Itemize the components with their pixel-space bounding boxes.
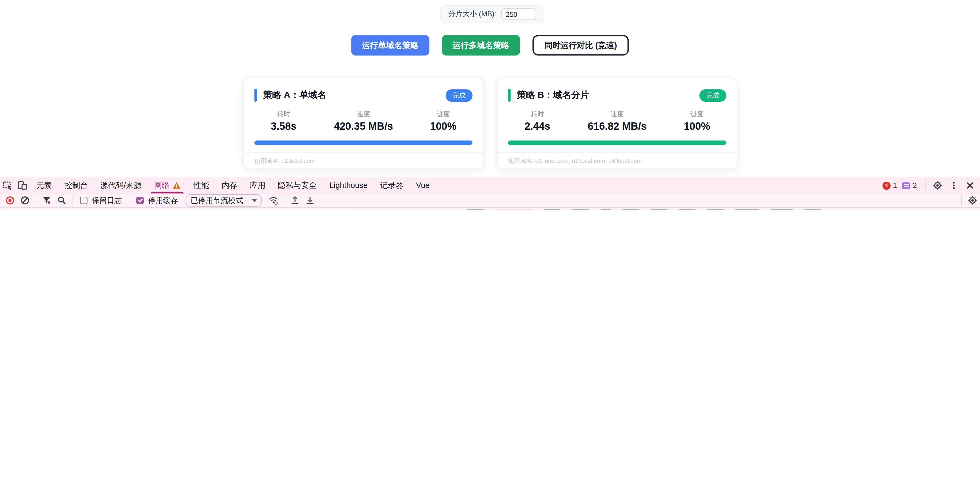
tab-label: 元素 xyxy=(36,180,52,191)
settings-gear-icon[interactable] xyxy=(930,178,945,193)
search-icon[interactable] xyxy=(54,193,69,208)
network-toolbar: 保留日志 停用缓存 已停用节流模式 xyxy=(0,193,980,208)
filter-input[interactable]: 过滤 xyxy=(2,209,360,210)
warning-icon xyxy=(173,182,181,189)
card-footer: 使用域名: u1.local.com xyxy=(254,157,472,165)
card-stat: 速度420.35 MB/s xyxy=(324,110,403,132)
filter-pill-文档[interactable]: 文档 xyxy=(540,209,565,210)
chunk-size-label: 分片大小 (MB): xyxy=(448,9,496,19)
network-conditions-icon[interactable] xyxy=(266,193,281,208)
filter-pill-Fetch/XHR[interactable]: Fetch/XHR xyxy=(492,209,536,210)
record-network-log-icon[interactable] xyxy=(2,193,18,208)
inspect-element-icon[interactable] xyxy=(0,178,15,193)
tab-源代码/来源[interactable]: 源代码/来源 xyxy=(94,178,148,193)
message-icon xyxy=(902,182,910,189)
kebab-menu-icon[interactable] xyxy=(946,178,961,193)
filter-pill-清单[interactable]: 清单 xyxy=(703,209,728,210)
tab-网络[interactable]: 网络 xyxy=(148,178,187,193)
tab-Vue[interactable]: Vue xyxy=(410,178,436,193)
disable-cache-checkbox[interactable] xyxy=(136,197,144,204)
filter-pill-全部[interactable]: 全部 xyxy=(463,209,488,210)
console-issue-badge[interactable]: 2 xyxy=(902,181,917,190)
stat-value: 616.82 MB/s xyxy=(578,121,657,132)
stat-value: 3.58s xyxy=(243,121,323,132)
divider xyxy=(961,195,962,205)
filter-pill-媒体[interactable]: 媒体 xyxy=(675,209,700,210)
tab-label: 网络 xyxy=(154,180,170,191)
progress-bar xyxy=(508,140,726,145)
device-toolbar-icon[interactable] xyxy=(15,178,30,193)
divider xyxy=(129,195,129,205)
divider xyxy=(925,180,926,190)
filter-icon[interactable] xyxy=(40,193,54,208)
strategy-button-1[interactable]: 运行单域名策略 xyxy=(351,35,429,56)
strategy-button-2[interactable]: 运行多域名策略 xyxy=(442,35,520,56)
tab-元素[interactable]: 元素 xyxy=(30,178,58,193)
tab-label: Lighthouse xyxy=(329,181,368,190)
status-badge: 完成 xyxy=(445,89,473,101)
tab-Lighthouse[interactable]: Lighthouse xyxy=(323,178,374,193)
filter-pill-Wasm[interactable]: Wasm xyxy=(767,209,797,210)
card-stat: 进度100% xyxy=(657,110,737,132)
tab-label: 记录器 xyxy=(380,180,403,191)
card-stat: 进度100% xyxy=(403,110,483,132)
tab-应用[interactable]: 应用 xyxy=(243,178,271,193)
devtools-tabbar: 元素控制台源代码/来源网络性能内存应用隐私与安全Lighthouse记录器Vue… xyxy=(0,178,980,194)
chevron-down-icon xyxy=(252,199,257,202)
filter-pill-图片[interactable]: 图片 xyxy=(647,209,671,210)
card-title: 策略 A：单域名 xyxy=(263,89,445,101)
stat-label: 进度 xyxy=(657,110,737,119)
status-badge: 完成 xyxy=(699,89,726,101)
divider xyxy=(284,195,284,205)
filter-pill-CSS[interactable]: CSS xyxy=(568,209,593,210)
tab-性能[interactable]: 性能 xyxy=(187,178,215,193)
preserve-log-checkbox[interactable] xyxy=(80,197,88,204)
strategy-buttons: 运行单域名策略运行多域名策略同时运行对比 (竞速) xyxy=(0,35,980,56)
request-type-pills: 全部Fetch/XHR文档CSSJS字体图片媒体清单套接字Wasm其他 xyxy=(463,209,825,210)
disable-cache-toggle[interactable]: 停用缓存 xyxy=(136,195,178,206)
stat-value: 100% xyxy=(657,121,737,132)
tab-label: 应用 xyxy=(250,180,265,191)
card-accent-bar xyxy=(508,89,511,102)
stat-label: 耗时 xyxy=(243,110,323,119)
stat-value: 100% xyxy=(403,121,483,132)
close-devtools-icon[interactable] xyxy=(963,178,978,193)
stat-value: 2.44s xyxy=(498,121,578,132)
filter-pill-字体[interactable]: 字体 xyxy=(619,209,644,210)
preserve-log-toggle[interactable]: 保留日志 xyxy=(80,195,122,206)
invert-filter-toggle[interactable]: 反转 xyxy=(366,209,393,210)
throttling-select[interactable]: 已停用节流模式 xyxy=(186,194,262,207)
stat-value: 420.35 MB/s xyxy=(324,121,403,132)
strategy-button-3[interactable]: 同时运行对比 (竞速) xyxy=(533,35,629,56)
more-filters-dropdown[interactable]: 更多过滤条件 xyxy=(404,209,458,210)
stat-label: 速度 xyxy=(578,110,657,119)
export-har-icon[interactable] xyxy=(302,193,317,208)
card-stat: 耗时2.44s xyxy=(498,110,578,132)
console-error-badge[interactable]: 1 xyxy=(882,181,897,190)
card-footer: 使用域名: u1.local.com, u2.local.com, u6.loc… xyxy=(508,157,726,165)
tab-内存[interactable]: 内存 xyxy=(215,178,243,193)
tab-label: 内存 xyxy=(221,180,237,191)
devtools-panel: 元素控制台源代码/来源网络性能内存应用隐私与安全Lighthouse记录器Vue… xyxy=(0,178,980,210)
chunk-size-input[interactable] xyxy=(501,8,536,20)
strategy-card: 策略 A：单域名完成耗时3.58s速度420.35 MB/s进度100%使用域名… xyxy=(243,78,483,169)
progress-bar xyxy=(254,140,472,145)
filter-pill-套接字[interactable]: 套接字 xyxy=(732,209,763,210)
network-settings-gear-icon[interactable] xyxy=(965,193,980,208)
tab-label: 源代码/来源 xyxy=(100,180,141,191)
filter-pill-JS[interactable]: JS xyxy=(597,209,615,210)
tab-隐私与安全[interactable]: 隐私与安全 xyxy=(272,178,323,193)
tab-label: 控制台 xyxy=(64,180,88,191)
tab-label: 隐私与安全 xyxy=(278,180,317,191)
tab-记录器[interactable]: 记录器 xyxy=(374,178,410,193)
clear-network-log-icon[interactable] xyxy=(18,193,32,208)
stat-label: 耗时 xyxy=(498,110,578,119)
network-filter-row: 过滤 反转 更多过滤条件 全部Fetch/XHR文档CSSJS字体图片媒体清单套… xyxy=(0,208,980,210)
tab-控制台[interactable]: 控制台 xyxy=(58,178,94,193)
chunk-size-control: 分片大小 (MB): xyxy=(440,5,544,23)
strategy-card: 策略 B：域名分片完成耗时2.44s速度616.82 MB/s进度100%使用域… xyxy=(498,78,737,169)
filter-pill-其他[interactable]: 其他 xyxy=(800,209,825,210)
devtools-tabbar-right: 1 2 xyxy=(882,178,980,193)
import-har-icon[interactable] xyxy=(288,193,302,208)
tab-label: 性能 xyxy=(194,180,209,191)
